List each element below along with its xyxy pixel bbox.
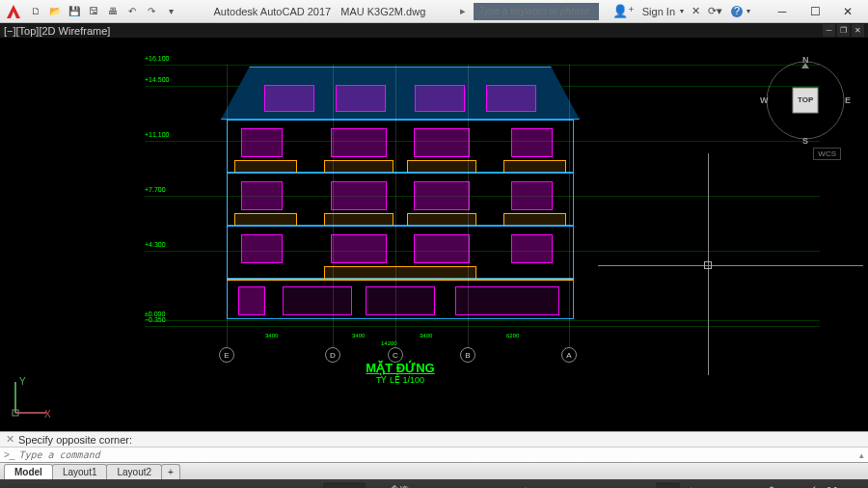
new-icon[interactable]: 🗋 [27, 3, 44, 20]
command-recent-icon[interactable]: ▴ [859, 450, 864, 460]
quick-access-toolbar: 🗋 📂 💾 🖫 🖶 ↶ ↷ ▾ [27, 3, 179, 20]
dormer-window [415, 85, 465, 112]
autodesk360-icon[interactable]: 👤⁺ [612, 4, 635, 18]
cycling-icon[interactable]: ⟲ [575, 482, 594, 488]
isolate-icon[interactable]: ◎ [782, 482, 801, 488]
autoscale-icon[interactable]: ⤢ [636, 482, 655, 488]
stayconnected-icon[interactable]: ⟳▾ [708, 5, 722, 17]
command-input[interactable] [18, 449, 859, 460]
level-marker: −0.350 [145, 316, 166, 323]
dimension: 3400 [420, 333, 432, 339]
wcs-button[interactable]: WCS [813, 148, 841, 160]
minimize-button[interactable]: ─ [766, 1, 799, 22]
titlebar: 🗋 📂 💾 🖫 🖶 ↶ ↷ ▾ Autodesk AutoCAD 2017 MA… [0, 0, 868, 23]
gridline [468, 65, 469, 348]
dormer-window [264, 85, 314, 112]
window-controls: ─ ☐ ✕ [766, 1, 864, 22]
lockui-icon[interactable]: 🔒 [762, 482, 781, 488]
layout-tabs: Model Layout1 Layout2 + [0, 462, 868, 479]
storey-2 [227, 173, 574, 226]
open-icon[interactable]: 📂 [46, 3, 64, 20]
door [238, 286, 266, 315]
crosshair-vertical [708, 153, 709, 375]
quickproperties-icon[interactable]: ▭ [742, 482, 761, 488]
scale-button[interactable]: 1:1 [656, 482, 680, 488]
window [331, 128, 386, 157]
osnap-icon[interactable]: □ [474, 482, 493, 488]
maximize-button[interactable]: ☐ [799, 1, 831, 22]
viewport-controls: [−][Top][2D Wireframe] ─ ❐ ✕ [0, 23, 868, 38]
doc-restore-icon[interactable]: ❐ [837, 24, 850, 37]
polar-icon[interactable]: ⊙ [433, 482, 452, 488]
app-logo[interactable] [4, 2, 23, 21]
shopfront [366, 286, 435, 315]
level-marker: +11.100 [145, 131, 170, 138]
cleanscreen-icon[interactable]: ⛶ [823, 482, 842, 488]
ortho-icon[interactable]: ∟ [413, 482, 432, 488]
customize-icon[interactable]: ≡ [843, 482, 862, 488]
grid-bubble: E [219, 347, 234, 363]
close-button[interactable]: ✕ [831, 1, 864, 22]
viewport-label[interactable]: [−][Top][2D Wireframe] [4, 25, 110, 37]
hardware-accel-icon[interactable]: ⚡ [802, 482, 822, 488]
isodraft-icon[interactable]: ◈ [453, 482, 473, 488]
annotation-monitor-icon[interactable]: + [701, 482, 720, 488]
redo-icon[interactable]: ↷ [143, 3, 160, 20]
print-icon[interactable]: 🖶 [104, 3, 122, 20]
command-history: ✕ Specify opposite corner: [0, 432, 868, 447]
doc-close-icon[interactable]: ✕ [852, 24, 864, 37]
window-title: Autodesk AutoCAD 2017 MAU K3G2M.dwg [179, 5, 460, 18]
dormer-window [336, 85, 386, 112]
storey-1 [227, 226, 574, 279]
window [414, 128, 469, 157]
viewcube[interactable]: TOP N E S W WCS [762, 57, 849, 144]
tab-model[interactable]: Model [4, 464, 53, 479]
window [414, 181, 469, 210]
search-caret-icon[interactable]: ▸ [460, 5, 466, 17]
model-space-button[interactable]: MODEL [323, 482, 366, 488]
building-outline: E D C B A 3400 3400 3400 14200 6200 MẶT … [227, 67, 574, 319]
snap-mode-icon[interactable]: �液 [387, 482, 412, 488]
balustrade [407, 213, 476, 227]
workspace-icon[interactable]: ⚙ [681, 482, 700, 488]
transparency-icon[interactable]: ▨ [555, 482, 574, 488]
ucs-icon[interactable]: Y X [8, 376, 52, 423]
grid-bubble: D [325, 347, 340, 363]
save-icon[interactable]: 💾 [66, 3, 83, 20]
doc-minimize-icon[interactable]: ─ [823, 24, 835, 37]
grid-display-icon[interactable]: ▦ [366, 482, 386, 488]
undo-icon[interactable]: ↶ [123, 3, 141, 20]
storey-3 [227, 120, 574, 173]
window [331, 234, 386, 263]
grid-bubble: B [460, 347, 475, 363]
lineweight-icon[interactable]: ≡ [534, 482, 554, 488]
balustrade [324, 266, 476, 280]
otrack-icon[interactable]: ∠ [514, 482, 533, 488]
drawing-canvas[interactable]: TOP N E S W WCS +16.100 +14.500 +11.100 … [0, 38, 868, 431]
tab-layout1[interactable]: Layout1 [52, 464, 108, 479]
window [331, 181, 386, 210]
viewcube-west[interactable]: W [760, 95, 769, 105]
signin-button[interactable]: Sign In▾ [642, 6, 684, 17]
status-bar: MODEL ▦ �液 ∟ ⊙ ◈ □ ◫ ∠ ≡ ▨ ⟲ ⚖ 🗛 ⤢ 1:1 ⚙… [0, 479, 868, 488]
saveas-icon[interactable]: 🖫 [85, 3, 102, 20]
qat-dropdown-icon[interactable]: ▾ [162, 3, 179, 20]
annotation-scale-icon[interactable]: ⚖ [595, 482, 614, 488]
annotation-visibility-icon[interactable]: 🗛 [615, 482, 635, 488]
exchange-icon[interactable]: ✕ [692, 5, 700, 17]
viewcube-north[interactable]: N [802, 55, 809, 65]
level-marker: +14.500 [145, 76, 170, 83]
window [241, 234, 283, 263]
help-button[interactable]: ? ▾ [730, 5, 750, 18]
svg-text:?: ? [734, 5, 740, 16]
dimension: 3400 [352, 333, 365, 339]
window [414, 234, 469, 263]
add-layout-button[interactable]: + [161, 464, 180, 479]
viewcube-east[interactable]: E [845, 95, 851, 105]
units-icon[interactable]: ◧ [721, 482, 741, 488]
3dosnap-icon[interactable]: ◫ [494, 482, 513, 488]
tab-layout2[interactable]: Layout2 [106, 464, 162, 479]
search-input[interactable] [474, 3, 599, 20]
command-prompt-icon: >_ [4, 449, 14, 460]
viewcube-face[interactable]: TOP [798, 95, 813, 104]
